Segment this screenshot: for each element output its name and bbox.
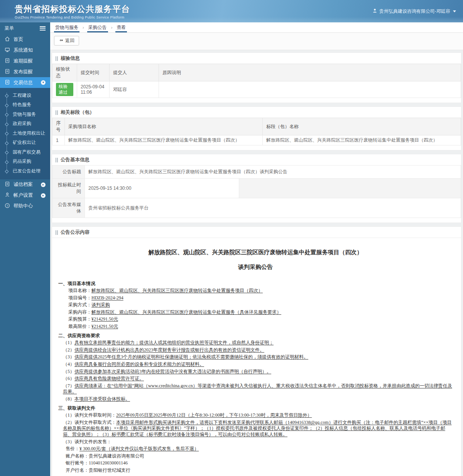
caret-down-icon	[453, 10, 456, 12]
doc-paragraph: 采购方式：谈判采购	[68, 302, 453, 309]
sidebar-subitem[interactable]: 货物与服务	[0, 110, 50, 119]
sidebar-item-label: 逾期提醒	[14, 58, 33, 64]
col-header: 提交时间	[77, 64, 110, 81]
doc-paragraph: （3）谈判文件的发售：	[63, 438, 453, 446]
lot-section-name: 解放路院区、观山院区、兴关路院区三院区医疗废物转运集中处置服务项目（四次）	[263, 135, 461, 145]
table-row: 公告发布媒体 贵州省招标投标公共服务平台	[52, 198, 461, 218]
sidebar-item-account-settings[interactable]: 帐户设置 ▸	[0, 190, 50, 201]
sidebar-item-publish-reminder[interactable]: 发布提醒	[0, 66, 50, 77]
section-title-notice: 公告公示内容	[52, 227, 461, 238]
hamburger-icon[interactable]	[40, 26, 46, 30]
document-icon	[5, 79, 10, 86]
sidebar-subitem[interactable]: 特色服务	[0, 100, 50, 110]
sidebar: 菜单 首页 系统通知 逾期提醒 发布提醒 交易信息 ▾ 工程建设特色服务货物与服…	[0, 22, 50, 476]
col-header: 核验状态	[52, 64, 77, 81]
doc-paragraph: （6）供应商具有危险废物经营许可证。	[63, 375, 453, 383]
trade-info-submenu: 工程建设特色服务货物与服务政府采购土地使用权出让矿业权出让国有产权交易药品采购已…	[0, 88, 50, 179]
doc-paragraph: （8）本项目不接受联合体投标。	[63, 396, 453, 403]
sidebar-item-notifications[interactable]: 系统通知	[0, 45, 50, 56]
menu-header: 菜单	[0, 22, 50, 34]
back-button-label: 返回	[65, 37, 74, 44]
sidebar-subitem[interactable]: 国有产权交易	[0, 147, 50, 157]
table-row: 1 解放路院区、观山院区、兴关路院区三院区医疗废物转运集中处置服务项目（四次） …	[52, 135, 461, 145]
col-header: 采购项目名称	[65, 118, 263, 135]
monitor-icon	[5, 47, 10, 54]
col-header: 原因说明	[159, 64, 461, 81]
doc-paragraph: 开户行名：贵阳银行世纪城支行	[66, 467, 453, 474]
doc-paragraph: （5）供应商提供参加本次采购活动前3年内在经营活动中没有重大违法记录的书面声明（…	[63, 368, 453, 375]
user-settings-icon	[5, 192, 10, 199]
section-marker-icon	[56, 110, 58, 115]
section-marker-icon	[56, 230, 58, 235]
doc-paragraph: （3）供应商提供2025年任意3个月的纳税证明和社保缴纳证明；依法免税或不需要缴…	[63, 354, 453, 361]
sidebar-item-label: 系统通知	[14, 47, 33, 54]
menu-label: 菜单	[5, 25, 14, 32]
lot-index: 1	[52, 135, 65, 145]
main-content: 货物与服务 › 采购公告 › 查看 返回 核验信息 核验状态	[50, 22, 463, 476]
col-header: 标段（包）名称	[263, 118, 461, 135]
sidebar-item-overdue-reminder[interactable]: 逾期提醒	[0, 56, 50, 66]
help-icon: ?	[5, 203, 10, 209]
doc-subtitle: 谈判采购公告	[58, 263, 453, 271]
table-row: 投标截止时间 2025-09-15 14:30:00	[52, 179, 461, 198]
chevron-right-icon: ▸	[41, 193, 46, 198]
doc-heading: 二、供应商资格要求	[58, 332, 453, 339]
breadcrumb-purchase-notice[interactable]: 采购公告	[87, 22, 108, 32]
back-icon	[59, 38, 63, 44]
basic-info-card: 公告基本信息 公告标题 解放路院区、观山院区、兴关路院区三院区医疗废物转运集中处…	[52, 154, 461, 223]
sidebar-item-home[interactable]: 首页	[0, 34, 50, 45]
sidebar-subitem[interactable]: 政府采购	[0, 119, 50, 129]
back-button[interactable]: 返回	[54, 36, 79, 46]
user-menu[interactable]: 贵州弘典建设咨询有限公司-邓廷容	[372, 8, 456, 15]
sidebar-subitem[interactable]: 土地使用权出让	[0, 128, 50, 138]
sidebar-subitem[interactable]: 矿业权出让	[0, 138, 50, 148]
breadcrumb-view[interactable]: 查看	[115, 22, 127, 32]
notice-document: 解放路院区、观山院区、兴关路院区三院区医疗废物转运集中处置服务项目（四次） 谈判…	[52, 238, 461, 476]
sidebar-item-label: 首页	[14, 36, 23, 43]
doc-paragraph: （2）谈判文件获取方式：本项目采用邮件形式购买谈判采购文件，请将以下资料发送至采…	[63, 419, 453, 438]
user-icon	[372, 8, 377, 14]
section-title-lots: 相关标段（包）	[52, 107, 461, 118]
sidebar-subitem[interactable]: 已发公告处理	[0, 166, 50, 176]
section-marker-icon	[56, 158, 58, 162]
section-title-verify: 核验信息	[52, 53, 461, 64]
doc-paragraph: （2）供应商提供经合法审计机构出具的2023年度财务审计报告或银行出具的有效的资…	[63, 346, 453, 354]
doc-paragraph: （7）供应商须承诺：在“信用中国”网站（www.creditchina.gov.…	[63, 382, 453, 395]
breadcrumb: 货物与服务 › 采购公告 › 查看	[50, 22, 463, 33]
doc-heading: 三、获取谈判文件	[58, 405, 453, 412]
sidebar-item-help-center[interactable]: ? 帮助中心	[0, 201, 50, 212]
table-row: 公告标题 解放路院区、观山院区、兴关路院区三院区医疗废物转运集中处置服务项目（四…	[52, 165, 461, 179]
svg-text:?: ?	[7, 204, 8, 208]
publish-media-value: 贵州省招标投标公共服务平台	[85, 198, 461, 218]
col-header: 序号	[52, 118, 65, 135]
sidebar-item-trade-info[interactable]: 交易信息 ▾	[0, 77, 50, 88]
sidebar-item-credit-archive[interactable]: 诚信档案 ▸	[0, 179, 50, 190]
doc-paragraph: 项目编号：HDZB-2024-294	[68, 294, 453, 302]
status-badge: 核验通过	[56, 83, 73, 96]
brand: 贵州省招标投标公共服务平台 GuiZhou Province Tendering…	[15, 3, 130, 19]
sidebar-subitem[interactable]: 工程建设	[0, 91, 50, 100]
sidebar-item-label: 帮助中心	[14, 203, 33, 209]
doc-paragraph: 项目名称：解放路院区、观山院区、兴关路院区三院区医疗废物转运集中处置服务项目（四…	[68, 287, 453, 295]
sidebar-item-label: 发布提醒	[14, 69, 33, 75]
basic-info-table: 公告标题 解放路院区、观山院区、兴关路院区三院区医疗废物转运集中处置服务项目（四…	[52, 165, 461, 218]
document-icon	[5, 69, 10, 75]
field-label: 公告发布媒体	[52, 198, 85, 218]
verify-info-card: 核验信息 核验状态 提交时间 提交人 原因说明 核验通过 2025-09-04 …	[52, 52, 461, 103]
notice-title-value: 解放路院区、观山院区、兴关路院区三院区医疗废物转运集中处置服务项目（四次）谈判采…	[85, 165, 461, 179]
sidebar-subitem[interactable]: 药品采购	[0, 157, 50, 167]
submitter: 邓廷容	[110, 81, 159, 98]
app-subtitle: GuiZhou Province Tendering and Bidding P…	[15, 15, 130, 19]
field-label: 公告标题	[52, 165, 85, 179]
chevron-right-icon: ▸	[41, 182, 46, 187]
doc-paragraph: 采购预算：¥214291.50元	[68, 316, 453, 323]
notice-content-card: 公告公示内容 解放路院区、观山院区、兴关路院区三院区医疗废物转运集中处置服务项目…	[52, 226, 461, 476]
user-name: 贵州弘典建设咨询有限公司-邓廷容	[379, 8, 450, 15]
doc-paragraph: 采购内容：解放路院区、观山院区、兴关路院区三院区医疗废物转运集中处置服务（具体详…	[68, 309, 453, 316]
doc-title: 解放路院区、观山院区、兴关路院区三院区医疗废物转运集中处置服务项目（四次）	[58, 249, 453, 257]
bid-deadline-value: 2025-09-15 14:30:00	[85, 179, 239, 198]
breadcrumb-goods-services[interactable]: 货物与服务	[54, 22, 79, 32]
doc-paragraph: （4）供应商具备履行合同所必需的设备和专业技术能力的证明材料。	[63, 361, 453, 368]
chevron-down-icon: ▾	[41, 80, 46, 85]
breadcrumb-separator: ›	[79, 22, 87, 32]
